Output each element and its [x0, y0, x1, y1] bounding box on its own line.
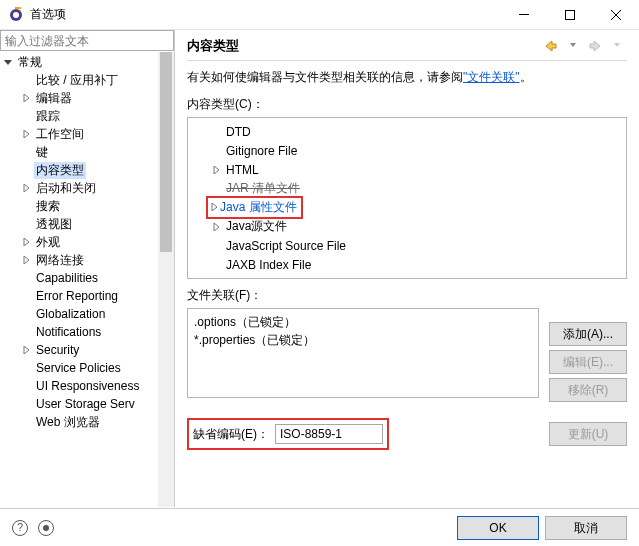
svg-rect-2 — [15, 7, 21, 9]
tree-item[interactable]: 搜索 — [0, 197, 174, 215]
tree-item[interactable]: 工作空间 — [0, 125, 174, 143]
minimize-button[interactable] — [501, 0, 547, 30]
expand-icon[interactable] — [210, 200, 218, 214]
encoding-input[interactable] — [275, 424, 383, 444]
content-type-item[interactable]: Java 属性文件 — [188, 198, 626, 217]
dialog-footer: ? OK 取消 — [0, 508, 639, 546]
tree-item[interactable]: 比较 / 应用补丁 — [0, 71, 174, 89]
expand-icon[interactable] — [18, 127, 34, 141]
expand-icon[interactable] — [208, 163, 224, 177]
expand-icon[interactable] — [18, 91, 34, 105]
content-type-item[interactable]: Java源文件 — [188, 217, 626, 236]
edit-button[interactable]: 编辑(E)... — [549, 350, 627, 374]
sidebar-scrollbar[interactable] — [158, 52, 174, 507]
tree-item[interactable]: 键 — [0, 143, 174, 161]
tree-item[interactable]: Globalization — [0, 305, 174, 323]
svg-point-1 — [13, 12, 19, 18]
tree-item[interactable]: Service Policies — [0, 359, 174, 377]
svg-rect-4 — [566, 10, 575, 19]
encoding-label: 缺省编码(E)： — [193, 426, 269, 443]
tree-item[interactable]: Web 浏览器 — [0, 413, 174, 431]
tree-item[interactable]: Capabilities — [0, 269, 174, 287]
update-button[interactable]: 更新(U) — [549, 422, 627, 446]
tree-item[interactable]: 启动和关闭 — [0, 179, 174, 197]
forward-dropdown[interactable] — [607, 36, 627, 56]
expand-icon[interactable] — [18, 253, 34, 267]
expand-icon[interactable] — [18, 235, 34, 249]
content-type-item[interactable]: Gitignore File — [188, 141, 626, 160]
tree-item[interactable]: 跟踪 — [0, 107, 174, 125]
title-bar: 首选项 — [0, 0, 639, 30]
content-types-list[interactable]: DTDGitignore FileHTMLJAR 清单文件Java 属性文件Ja… — [187, 117, 627, 279]
tree-item[interactable]: Security — [0, 341, 174, 359]
back-button[interactable] — [541, 36, 561, 56]
ok-button[interactable]: OK — [457, 516, 539, 540]
file-assoc-link[interactable]: "文件关联" — [463, 70, 520, 84]
maximize-button[interactable] — [547, 0, 593, 30]
tree-item[interactable]: Notifications — [0, 323, 174, 341]
content-type-item[interactable]: JavaScript Source File — [188, 236, 626, 255]
cancel-button[interactable]: 取消 — [545, 516, 627, 540]
back-dropdown[interactable] — [563, 36, 583, 56]
description-text: 有关如何使编辑器与文件类型相关联的信息，请参阅"文件关联"。 — [187, 69, 627, 86]
tree-item[interactable]: 常规 — [0, 53, 174, 71]
content-type-item[interactable]: HTML — [188, 160, 626, 179]
tree-item[interactable]: 编辑器 — [0, 89, 174, 107]
app-icon — [8, 7, 24, 23]
svg-rect-3 — [519, 14, 529, 15]
tree-item[interactable]: UI Responsiveness — [0, 377, 174, 395]
sidebar: 常规比较 / 应用补丁编辑器跟踪工作空间键内容类型启动和关闭搜索透视图外观网络连… — [0, 30, 175, 507]
tree-item[interactable]: 网络连接 — [0, 251, 174, 269]
expand-icon[interactable] — [18, 343, 34, 357]
file-assoc-item[interactable]: *.properties（已锁定） — [194, 331, 532, 349]
tree-item[interactable]: User Storage Serv — [0, 395, 174, 413]
close-button[interactable] — [593, 0, 639, 30]
preferences-tree[interactable]: 常规比较 / 应用补丁编辑器跟踪工作空间键内容类型启动和关闭搜索透视图外观网络连… — [0, 51, 174, 507]
tree-item[interactable]: Error Reporting — [0, 287, 174, 305]
content-pane: 内容类型 有关如何使编辑器与文件类型相关联的信息，请参阅"文件关联"。 内容类型… — [175, 30, 639, 507]
expand-icon[interactable] — [208, 220, 224, 234]
window-title: 首选项 — [30, 6, 501, 23]
tree-item[interactable]: 内容类型 — [0, 161, 174, 179]
help-icon[interactable]: ? — [12, 520, 28, 536]
add-button[interactable]: 添加(A)... — [549, 322, 627, 346]
forward-button[interactable] — [585, 36, 605, 56]
file-assoc-list[interactable]: .options（已锁定）*.properties（已锁定） — [187, 308, 539, 398]
file-assoc-label: 文件关联(F)： — [187, 287, 627, 304]
content-type-item[interactable]: DTD — [188, 122, 626, 141]
page-title: 内容类型 — [187, 37, 539, 55]
remove-button[interactable]: 移除(R) — [549, 378, 627, 402]
record-icon[interactable] — [38, 520, 54, 536]
filter-input[interactable] — [0, 30, 174, 51]
expand-icon[interactable] — [0, 55, 16, 69]
expand-icon[interactable] — [18, 181, 34, 195]
content-type-item[interactable]: JAXB Index File — [188, 255, 626, 274]
file-assoc-item[interactable]: .options（已锁定） — [194, 313, 532, 331]
content-types-label: 内容类型(C)： — [187, 96, 627, 113]
tree-item[interactable]: 外观 — [0, 233, 174, 251]
tree-item[interactable]: 透视图 — [0, 215, 174, 233]
